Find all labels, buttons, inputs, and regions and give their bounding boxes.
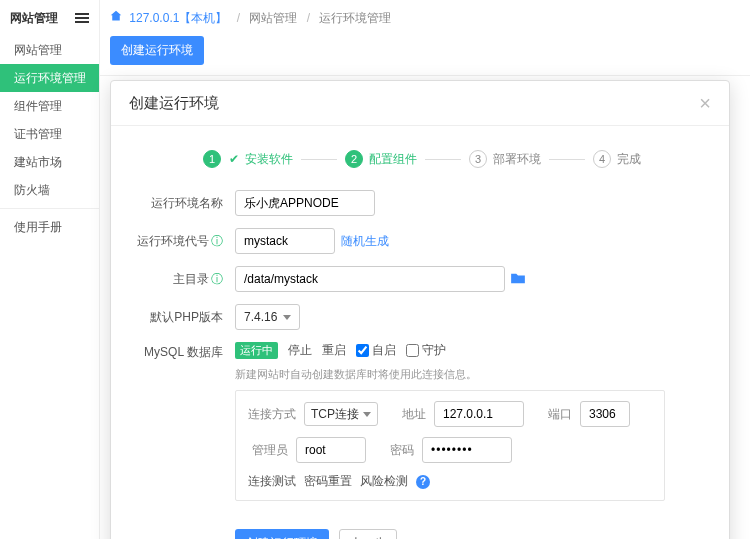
submit-button[interactable]: 创建运行环境 (235, 529, 329, 539)
required-icon: ⓘ (211, 272, 223, 286)
mysql-hint: 新建网站时自动创建数据库时将使用此连接信息。 (235, 367, 477, 382)
conn-port-label: 端口 (532, 406, 572, 423)
mysql-conn-box: 连接方式 TCP连接 地址 端口 管理员 密码 (235, 390, 665, 501)
sidebar-divider (0, 208, 99, 209)
conn-port-input[interactable] (580, 401, 630, 427)
toolbar: 创建运行环境 (100, 36, 750, 75)
conn-risk-link[interactable]: 风险检测 (360, 473, 408, 490)
label-mysql: MySQL 数据库 (133, 344, 223, 361)
label-php: 默认PHP版本 (133, 309, 223, 326)
required-icon: ⓘ (211, 234, 223, 248)
modal-footer: 创建运行环境 上一步 (111, 521, 729, 539)
sidebar: 网站管理 网站管理 运行环境管理 组件管理 证书管理 建站市场 防火墙 使用手册 (0, 0, 100, 539)
folder-icon[interactable] (511, 272, 525, 287)
env-name-input[interactable] (235, 190, 375, 216)
step-2[interactable]: 2 配置组件 (345, 150, 417, 168)
conn-pwd-label: 密码 (374, 442, 414, 459)
step-4[interactable]: 4 完成 (593, 150, 641, 168)
sidebar-title: 网站管理 (10, 0, 58, 36)
check-icon: ✔ (229, 152, 239, 166)
breadcrumb-part2: 运行环境管理 (319, 11, 391, 25)
conn-pwd-input[interactable] (422, 437, 512, 463)
label-dir: 主目录 (173, 272, 209, 286)
conn-addr-label: 地址 (386, 406, 426, 423)
step-3[interactable]: 3 部署环境 (469, 150, 541, 168)
conn-admin-label: 管理员 (248, 442, 288, 459)
mysql-status-badge: 运行中 (235, 342, 278, 359)
home-icon[interactable] (110, 11, 125, 25)
php-version-select[interactable]: 7.4.16 (235, 304, 300, 330)
sidebar-item-firewall[interactable]: 防火墙 (0, 176, 99, 204)
chevron-down-icon (283, 315, 291, 320)
sidebar-item-component[interactable]: 组件管理 (0, 92, 99, 120)
chevron-down-icon (363, 412, 371, 417)
modal-body: 1 ✔ 安装软件 2 配置组件 3 部署环境 4 完成 运行环境名称 (111, 126, 729, 521)
sidebar-item-market[interactable]: 建站市场 (0, 148, 99, 176)
conn-addr-input[interactable] (434, 401, 524, 427)
breadcrumb-host[interactable]: 127.0.0.1【本机】 (129, 11, 227, 25)
mysql-daemon-checkbox[interactable]: 守护 (406, 342, 446, 359)
row-mysql: MySQL 数据库 运行中 停止 重启 自启 守护 新建网站时自动创建数据库时将… (133, 342, 707, 501)
breadcrumb: 127.0.0.1【本机】 / 网站管理 / 运行环境管理 (100, 0, 750, 36)
env-dir-input[interactable] (235, 266, 505, 292)
breadcrumb-part1: 网站管理 (249, 11, 297, 25)
mysql-restart-link[interactable]: 重启 (322, 342, 346, 359)
label-code: 运行环境代号 (137, 234, 209, 248)
wizard-steps: 1 ✔ 安装软件 2 配置组件 3 部署环境 4 完成 (203, 150, 707, 168)
modal-title: 创建运行环境 (129, 94, 219, 113)
row-name: 运行环境名称 (133, 190, 707, 216)
create-env-button[interactable]: 创建运行环境 (110, 36, 204, 65)
row-dir: 主目录ⓘ (133, 266, 707, 292)
sidebar-item-cert[interactable]: 证书管理 (0, 120, 99, 148)
label-name: 运行环境名称 (133, 195, 223, 212)
modal-header: 创建运行环境 × (111, 81, 729, 126)
help-icon[interactable]: ? (416, 475, 430, 489)
row-php: 默认PHP版本 7.4.16 (133, 304, 707, 330)
conn-mode-select[interactable]: TCP连接 (304, 402, 378, 426)
conn-reset-pwd-link[interactable]: 密码重置 (304, 473, 352, 490)
menu-toggle-icon[interactable] (75, 13, 89, 23)
conn-test-link[interactable]: 连接测试 (248, 473, 296, 490)
mysql-autostart-checkbox[interactable]: 自启 (356, 342, 396, 359)
conn-admin-input[interactable] (296, 437, 366, 463)
env-code-input[interactable] (235, 228, 335, 254)
sidebar-header: 网站管理 (0, 0, 99, 36)
random-code-link[interactable]: 随机生成 (341, 233, 389, 250)
sidebar-item-site[interactable]: 网站管理 (0, 36, 99, 64)
sidebar-item-runtime[interactable]: 运行环境管理 (0, 64, 99, 92)
create-env-modal: 创建运行环境 × 1 ✔ 安装软件 2 配置组件 3 部署环境 4 完成 (110, 80, 730, 539)
prev-step-button[interactable]: 上一步 (339, 529, 397, 539)
close-icon[interactable]: × (699, 93, 711, 113)
mysql-stop-link[interactable]: 停止 (288, 342, 312, 359)
conn-mode-label: 连接方式 (248, 406, 296, 423)
row-code: 运行环境代号ⓘ 随机生成 (133, 228, 707, 254)
step-1[interactable]: 1 ✔ 安装软件 (203, 150, 293, 168)
sidebar-item-manual[interactable]: 使用手册 (0, 213, 99, 241)
